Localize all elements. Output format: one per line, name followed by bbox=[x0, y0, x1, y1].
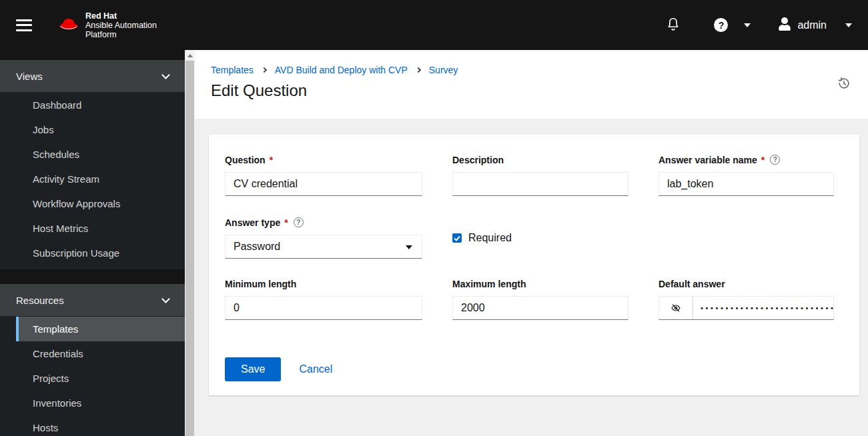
masthead: Red Hat Ansible Automation Platform admi… bbox=[0, 0, 868, 50]
sidebar-item-host-metrics[interactable]: Host Metrics bbox=[16, 216, 185, 241]
help-popover-icon[interactable] bbox=[294, 217, 304, 227]
sidebar-item-schedules[interactable]: Schedules bbox=[16, 142, 185, 167]
minimum-length-input[interactable] bbox=[225, 296, 422, 320]
scroll-up-button[interactable] bbox=[185, 50, 195, 61]
sidebar-item-activity-stream[interactable]: Activity Stream bbox=[16, 167, 185, 191]
main-content: Templates AVD Build and Deploy with CVP … bbox=[195, 50, 868, 436]
question-input[interactable] bbox=[225, 172, 422, 196]
history-icon bbox=[837, 82, 851, 92]
eye-slash-icon bbox=[670, 303, 682, 313]
maximum-length-label: Maximum length bbox=[452, 279, 526, 289]
notifications-button[interactable] bbox=[666, 16, 681, 34]
scrollbar-thumb[interactable] bbox=[185, 61, 194, 436]
answer-variable-name-field: Answer variable name * bbox=[659, 154, 834, 196]
answer-type-select[interactable]: Password bbox=[225, 235, 422, 259]
caret-down-icon bbox=[406, 245, 412, 253]
required-checkbox-label[interactable]: Required bbox=[468, 232, 512, 244]
sidebar-item-workflow-approvals[interactable]: Workflow Approvals bbox=[16, 191, 185, 216]
brand-line-1: Red Hat bbox=[85, 11, 157, 21]
nav-group-views-label: Views bbox=[16, 71, 43, 82]
breadcrumb-link-template-name[interactable]: AVD Build and Deploy with CVP bbox=[275, 65, 408, 75]
question-circle-icon bbox=[714, 18, 728, 32]
description-input[interactable] bbox=[452, 172, 628, 196]
toggle-visibility-button[interactable] bbox=[659, 297, 693, 319]
help-popover-icon[interactable] bbox=[770, 155, 780, 165]
hamburger-icon bbox=[16, 19, 32, 21]
required-asterisk: * bbox=[284, 217, 288, 228]
edit-question-form-card: Question * Description Answer variable n… bbox=[209, 135, 859, 395]
maximum-length-field: Maximum length bbox=[452, 278, 628, 320]
caret-down-icon bbox=[744, 23, 751, 31]
minimum-length-label: Minimum length bbox=[225, 279, 296, 289]
sidebar-item-inventories[interactable]: Inventories bbox=[16, 391, 185, 415]
bell-icon bbox=[666, 16, 681, 34]
required-checkbox-group: Required bbox=[452, 217, 628, 259]
red-hat-logo-icon bbox=[57, 16, 80, 35]
brand-line-2: Ansible Automation bbox=[85, 21, 157, 30]
page-header: Templates AVD Build and Deploy with CVP … bbox=[195, 50, 868, 119]
description-field: Description bbox=[452, 154, 628, 196]
breadcrumb: Templates AVD Build and Deploy with CVP … bbox=[211, 65, 852, 75]
question-label: Question bbox=[225, 155, 266, 165]
username-label: admin bbox=[797, 19, 827, 31]
check-icon bbox=[454, 235, 460, 241]
arrow-up-icon bbox=[187, 51, 193, 57]
sidebar-nav: Views Dashboard Jobs Schedules Activity … bbox=[0, 50, 185, 436]
brand-line-3: Platform bbox=[85, 30, 157, 39]
description-label: Description bbox=[452, 155, 504, 165]
required-asterisk: * bbox=[270, 155, 273, 165]
minimum-length-field: Minimum length bbox=[225, 278, 422, 320]
default-answer-group: ••••••••••••••••••••••••••••••••••••••… bbox=[659, 296, 834, 320]
cancel-button[interactable]: Cancel bbox=[299, 363, 332, 375]
sidebar-item-projects[interactable]: Projects bbox=[16, 366, 185, 391]
default-answer-masked-value[interactable]: ••••••••••••••••••••••••••••••••••••••… bbox=[693, 297, 833, 319]
vertical-scrollbar[interactable] bbox=[185, 50, 195, 436]
sidebar-item-hosts[interactable]: Hosts bbox=[16, 415, 185, 436]
default-answer-field: Default answer •••••••••••••••••••••••••… bbox=[659, 278, 834, 320]
brand-logo: Red Hat Ansible Automation Platform bbox=[57, 11, 157, 39]
breadcrumb-link-templates[interactable]: Templates bbox=[211, 65, 254, 75]
sidebar-item-dashboard[interactable]: Dashboard bbox=[16, 93, 185, 117]
nav-group-resources-label: Resources bbox=[16, 295, 64, 306]
required-checkbox[interactable] bbox=[452, 233, 462, 243]
nav-toggle-button[interactable] bbox=[16, 19, 32, 31]
user-icon bbox=[779, 17, 791, 33]
answer-type-label: Answer type bbox=[225, 217, 280, 228]
required-asterisk: * bbox=[761, 155, 765, 165]
default-answer-label: Default answer bbox=[659, 279, 725, 289]
sidebar-item-credentials[interactable]: Credentials bbox=[16, 341, 185, 366]
nav-group-views[interactable]: Views bbox=[0, 60, 185, 92]
breadcrumb-separator-icon bbox=[416, 67, 421, 73]
chevron-down-icon bbox=[161, 71, 170, 79]
answer-variable-name-label: Answer variable name bbox=[659, 155, 757, 165]
help-menu-button[interactable] bbox=[714, 18, 751, 32]
sidebar-item-jobs[interactable]: Jobs bbox=[16, 117, 185, 142]
page-title: Edit Question bbox=[211, 81, 852, 100]
sidebar-item-templates[interactable]: Templates bbox=[16, 317, 185, 341]
activity-history-button[interactable] bbox=[837, 77, 851, 92]
answer-variable-name-input[interactable] bbox=[659, 172, 834, 196]
sidebar-item-subscription-usage[interactable]: Subscription Usage bbox=[16, 241, 185, 265]
answer-type-selected-value: Password bbox=[234, 241, 280, 253]
maximum-length-input[interactable] bbox=[452, 296, 628, 320]
user-menu-button[interactable]: admin bbox=[779, 17, 852, 33]
answer-type-field: Answer type * Password bbox=[225, 217, 422, 259]
breadcrumb-link-survey[interactable]: Survey bbox=[429, 65, 458, 75]
nav-group-resources[interactable]: Resources bbox=[0, 284, 185, 316]
save-button[interactable]: Save bbox=[225, 357, 281, 381]
chevron-down-icon bbox=[161, 295, 170, 303]
breadcrumb-separator-icon bbox=[262, 67, 267, 73]
caret-down-icon bbox=[845, 23, 852, 31]
question-field: Question * bbox=[225, 154, 422, 196]
